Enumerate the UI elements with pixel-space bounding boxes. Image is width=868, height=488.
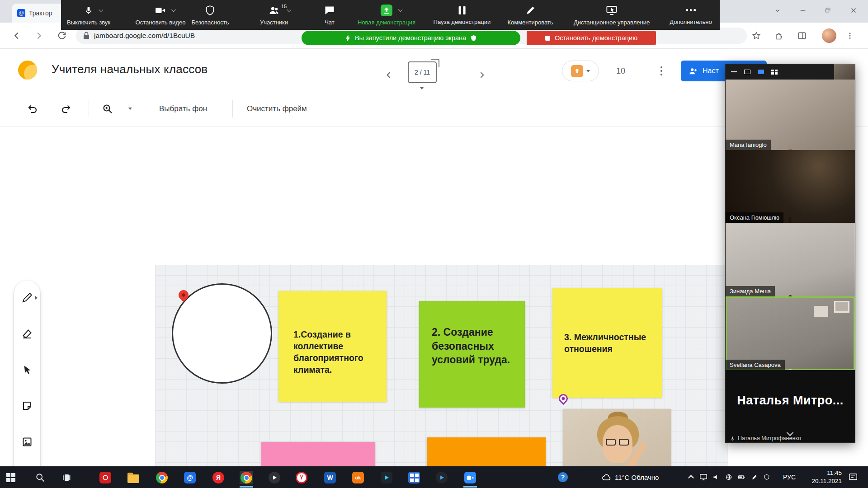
tray-icon-network[interactable] bbox=[724, 473, 734, 481]
minimize-icon[interactable] bbox=[731, 71, 737, 72]
browser-menu-kebab-icon[interactable] bbox=[842, 28, 858, 44]
side-panel-icon[interactable] bbox=[794, 28, 810, 44]
eraser-tool[interactable] bbox=[18, 325, 36, 343]
participants-count-badge: 15 bbox=[281, 4, 287, 9]
desktop-screen: @ Трактор jamboard.google.com/d/1BcuUB В… bbox=[0, 0, 868, 488]
taskbar-app-mail[interactable]: @ bbox=[183, 471, 197, 484]
sticky-note[interactable]: 2. Создание безопасных условий труда. bbox=[419, 301, 525, 408]
participant-video[interactable]: Maria Ianioglo bbox=[726, 80, 855, 150]
task-view-button[interactable] bbox=[60, 471, 73, 484]
frame-caret-icon[interactable] bbox=[420, 87, 424, 89]
document-title[interactable]: Учителя начальных классов bbox=[52, 62, 208, 76]
window-close-button[interactable] bbox=[841, 0, 866, 21]
tray-help-icon[interactable]: ? bbox=[558, 472, 568, 482]
redo-button[interactable] bbox=[56, 99, 76, 119]
speaker-view-icon[interactable] bbox=[744, 70, 750, 74]
tray-weather[interactable]: 11°С Облачно bbox=[601, 466, 659, 488]
stop-share-button[interactable]: Остановить демонстрацию bbox=[527, 31, 656, 45]
present-button[interactable] bbox=[562, 61, 599, 81]
undo-button[interactable] bbox=[23, 99, 42, 119]
zoom-caret-icon[interactable] bbox=[128, 108, 132, 110]
active-view-icon[interactable] bbox=[758, 70, 764, 74]
taskbar-app-player-arrow[interactable] bbox=[380, 471, 393, 484]
clear-frame-button[interactable]: Очистить фрейм bbox=[243, 99, 311, 119]
tray-language-indicator[interactable]: РУС bbox=[783, 466, 796, 488]
tray-icon-volume[interactable] bbox=[711, 473, 721, 481]
window-menu-chevron-icon[interactable] bbox=[765, 0, 790, 21]
window-restore-button[interactable] bbox=[816, 0, 841, 21]
chevron-down-icon[interactable] bbox=[99, 7, 104, 12]
taskbar-app-word[interactable]: W bbox=[323, 471, 337, 484]
taskbar-app-ok[interactable]: ok bbox=[351, 471, 365, 484]
back-button[interactable] bbox=[9, 28, 25, 44]
tray-icon-display[interactable] bbox=[698, 473, 708, 481]
gallery-view-icon[interactable] bbox=[771, 70, 778, 75]
previous-frame-button[interactable] bbox=[379, 65, 399, 85]
more-button[interactable]: Дополнительно bbox=[670, 0, 712, 30]
tray-clock[interactable]: 11:45 20.11.2021 bbox=[804, 466, 844, 488]
reload-button[interactable] bbox=[54, 28, 70, 44]
next-frame-button[interactable] bbox=[472, 65, 492, 85]
taskbar-app-grid[interactable] bbox=[407, 471, 421, 484]
browser-profile-avatar[interactable] bbox=[822, 28, 836, 43]
taskbar-app-media-player[interactable] bbox=[268, 471, 281, 484]
choose-background-button[interactable]: Выбрать фон bbox=[156, 99, 211, 119]
pencil-icon bbox=[526, 5, 535, 16]
tray-icon-battery[interactable] bbox=[736, 473, 746, 481]
participant-name-label: Оксана Гюмюшлю bbox=[726, 212, 783, 223]
security-button[interactable]: Безопасность bbox=[192, 0, 229, 30]
chat-button[interactable]: Чат bbox=[325, 0, 335, 30]
taskbar-app-acrobat[interactable] bbox=[99, 471, 112, 484]
mute-button[interactable]: Выключить звук bbox=[67, 0, 110, 30]
camera-icon bbox=[155, 5, 166, 16]
taskbar-app-yandex[interactable]: Я bbox=[212, 471, 225, 484]
zoom-button[interactable] bbox=[98, 99, 118, 119]
participant-video[interactable]: Оксана Гюмюшлю bbox=[726, 150, 855, 223]
tray-icon-pen[interactable] bbox=[749, 473, 759, 481]
taskbar-app-yandex-browser[interactable]: Y bbox=[295, 471, 308, 484]
new-share-button[interactable]: Новая демонстрация bbox=[358, 0, 415, 30]
participants-button[interactable]: 15 Участники bbox=[260, 0, 288, 30]
window-controls bbox=[765, 0, 866, 21]
chevron-down-icon[interactable] bbox=[287, 7, 292, 12]
taskbar-app-chrome-active[interactable] bbox=[240, 471, 253, 484]
browser-tab[interactable]: @ Трактор bbox=[12, 4, 65, 23]
microphone-icon bbox=[730, 436, 735, 441]
chevron-down-icon[interactable] bbox=[398, 7, 403, 12]
start-button[interactable] bbox=[4, 471, 18, 484]
tray-icon-shield[interactable] bbox=[762, 473, 772, 481]
window-minimize-button[interactable] bbox=[790, 0, 816, 21]
shield-check-icon bbox=[471, 35, 476, 42]
video-off-participant[interactable]: Наталья Митро... Наталья Митрофаненко bbox=[726, 370, 855, 442]
stop-video-button[interactable]: Остановить видео bbox=[136, 0, 186, 30]
remote-control-button[interactable]: Дистанционное управление bbox=[574, 0, 650, 30]
action-center-icon[interactable] bbox=[848, 472, 858, 482]
sticky-note-tool[interactable] bbox=[18, 397, 36, 415]
select-tool[interactable] bbox=[18, 361, 36, 379]
chevron-down-icon[interactable] bbox=[172, 7, 176, 12]
pen-tool[interactable] bbox=[18, 289, 36, 307]
participant-video-active[interactable]: Svetlana Casapova bbox=[726, 296, 855, 370]
taskbar-app-zoom[interactable] bbox=[463, 471, 477, 484]
header-kebab-menu[interactable] bbox=[655, 61, 668, 81]
sticky-note[interactable]: 3. Межличностные отношения bbox=[552, 288, 662, 398]
participant-video[interactable]: Зинаида Меша bbox=[726, 223, 855, 296]
sticky-note[interactable]: 1.Создание в коллективе благоприятного к… bbox=[278, 291, 387, 402]
mini-video-thumbnail[interactable] bbox=[834, 64, 855, 80]
share-access-label: Наст bbox=[703, 67, 719, 75]
forward-button[interactable] bbox=[31, 28, 47, 44]
annotate-button[interactable]: Комментировать bbox=[507, 0, 553, 30]
taskbar-app-chrome[interactable] bbox=[155, 471, 169, 484]
taskbar-app-file-explorer[interactable] bbox=[127, 471, 140, 484]
cloud-icon bbox=[601, 473, 611, 482]
viewer-count-button[interactable]: 10 bbox=[609, 61, 632, 81]
taskbar-search-button[interactable] bbox=[33, 471, 47, 484]
extensions-puzzle-icon[interactable] bbox=[771, 28, 788, 44]
taskbar-app-player-blue[interactable] bbox=[435, 471, 448, 484]
frame-indicator[interactable]: 2 / 11 bbox=[408, 61, 437, 83]
pause-share-button[interactable]: Пауза демонстрации bbox=[434, 0, 491, 30]
tray-chevron-up-icon[interactable] bbox=[688, 475, 694, 481]
tab-title: Трактор bbox=[29, 9, 52, 17]
bookmark-star-icon[interactable] bbox=[748, 28, 764, 44]
image-tool[interactable] bbox=[18, 433, 36, 451]
